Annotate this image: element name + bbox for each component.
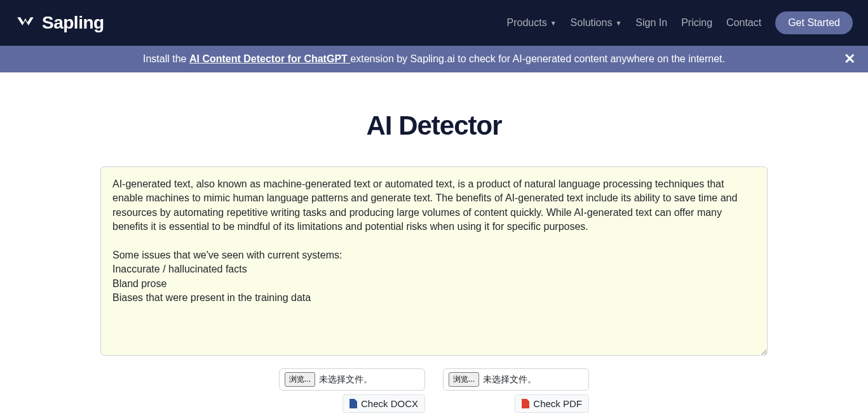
nav-products[interactable]: Products ▼	[507, 17, 557, 29]
pdf-file-input[interactable]: 浏览... 未选择文件。	[443, 368, 589, 391]
sapling-logo-icon	[15, 15, 36, 30]
check-pdf-label: Check PDF	[533, 398, 582, 409]
check-docx-button[interactable]: Check DOCX	[342, 394, 425, 413]
docx-browse-button[interactable]: 浏览...	[285, 372, 315, 387]
check-docx-label: Check DOCX	[361, 398, 418, 409]
chevron-down-icon: ▼	[550, 20, 557, 27]
nav-contact[interactable]: Contact	[726, 17, 761, 29]
pdf-file-status: 未选择文件。	[483, 374, 536, 386]
docx-column: 浏览... 未选择文件。 Check DOCX	[279, 368, 425, 413]
pdf-browse-button[interactable]: 浏览...	[449, 372, 479, 387]
detector-textarea[interactable]	[100, 166, 768, 356]
navbar: Sapling Products ▼ Solutions ▼ Sign In P…	[0, 0, 868, 46]
banner-link[interactable]: AI Content Detector for ChatGPT	[189, 53, 350, 64]
nav-solutions[interactable]: Solutions ▼	[571, 17, 622, 29]
pdf-column: 浏览... 未选择文件。 Check PDF	[443, 368, 589, 413]
nav-pricing-label: Pricing	[681, 17, 712, 29]
nav-solutions-label: Solutions	[571, 17, 613, 29]
docx-file-input[interactable]: 浏览... 未选择文件。	[279, 368, 425, 391]
nav-products-label: Products	[507, 17, 547, 29]
docx-file-icon	[349, 399, 357, 408]
pdf-file-icon	[522, 399, 529, 408]
banner-prefix: Install the	[143, 53, 189, 64]
check-pdf-button[interactable]: Check PDF	[515, 394, 589, 413]
brand-name: Sapling	[42, 13, 104, 33]
nav-links: Products ▼ Solutions ▼ Sign In Pricing C…	[507, 11, 853, 34]
page-title: AI Detector	[62, 111, 806, 141]
file-check-row: 浏览... 未选择文件。 Check DOCX 浏览... 未选择文件。 Che…	[100, 368, 768, 413]
nav-signin-label: Sign In	[635, 17, 667, 29]
textarea-wrapper	[100, 166, 768, 358]
nav-signin[interactable]: Sign In	[635, 17, 667, 29]
banner-text: Install the AI Content Detector for Chat…	[143, 53, 725, 65]
brand-logo[interactable]: Sapling	[15, 13, 104, 33]
chevron-down-icon: ▼	[615, 20, 621, 27]
banner-suffix: extension by Sapling.ai to check for AI-…	[350, 53, 725, 64]
promo-banner: Install the AI Content Detector for Chat…	[0, 46, 868, 72]
close-icon[interactable]: ✕	[844, 52, 855, 66]
get-started-button[interactable]: Get Started	[775, 11, 853, 34]
docx-file-status: 未选择文件。	[319, 374, 372, 386]
nav-pricing[interactable]: Pricing	[681, 17, 712, 29]
main-container: AI Detector 浏览... 未选择文件。 Check DOCX 浏览..…	[50, 111, 818, 413]
nav-contact-label: Contact	[726, 17, 761, 29]
